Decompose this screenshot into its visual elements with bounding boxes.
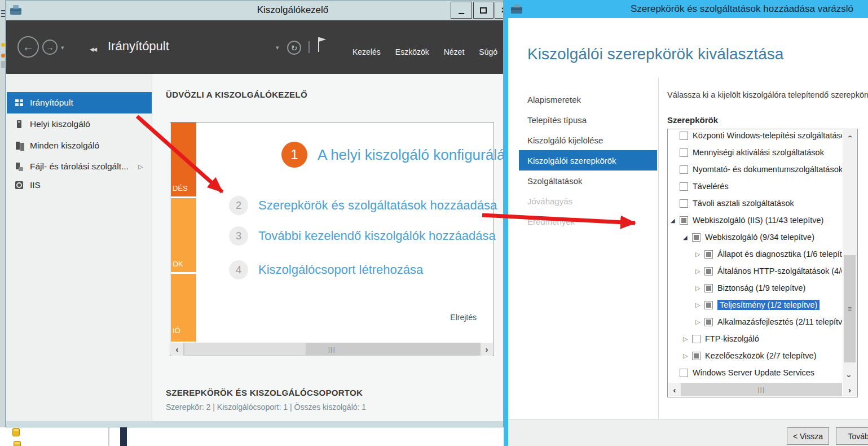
collapse-chevrons-icon[interactable]: ◂◂ [90,44,96,54]
wizard-nav-telepites-tipusa[interactable]: Telepítés típusa [527,110,657,130]
sidebar-item-local-server[interactable]: Helyi kiszolgáló [7,116,152,133]
checkbox-empty[interactable] [680,165,688,174]
menu-kezeles[interactable]: Kezelés [353,47,381,56]
step-label[interactable]: További kezelendő kiszolgálók hozzáadása [258,229,496,243]
forward-button[interactable]: → [42,40,58,55]
tree-horizontal-scrollbar[interactable]: ‹ ||| [668,383,842,396]
maximize-button[interactable] [473,2,494,19]
back-button[interactable]: ← [17,36,39,58]
tree-item[interactable]: Távoli asztali szolgáltatások [668,195,842,212]
tree-item-selected[interactable]: ▷Teljesítmény (1/2 telepítve) [668,296,842,313]
tile-horizontal-scrollbar[interactable]: ‹ ||| › [171,343,493,356]
scrollbar-track[interactable]: ||| [183,343,481,356]
tree-item[interactable]: ▷Általános HTTP-szolgáltatások (4/6 tele… [668,263,842,279]
sidebar-item-iis[interactable]: IIS [7,177,152,194]
checkbox-partial[interactable] [704,250,713,259]
step-label[interactable]: Kiszolgálócsoport létrehozása [258,263,423,277]
expander-closed-icon[interactable]: ▷ [683,352,692,360]
quickstart-strip-segment[interactable]: DÉS [171,123,196,196]
tree-vertical-scrollbar[interactable]: › ≡ › [843,130,857,383]
wizard-nav-kiszolgaloi-szerepkorok[interactable]: Kiszolgálói szerepkörök [519,150,657,170]
step-label[interactable]: A helyi kiszolgáló konfigurálása [318,146,521,164]
learnmore-strip-segment[interactable]: IÓ [171,274,196,342]
hide-link[interactable]: Elrejtés [450,313,477,322]
next-button[interactable]: Tovább > [836,427,868,445]
tree-item[interactable]: Nyomtató- és dokumentumszolgáltatások [668,161,842,178]
file-storage-icon [15,162,24,171]
tree-item[interactable]: ◢Webkiszolgáló (9/34 telepítve) [668,229,842,246]
sidebar-item-all-servers[interactable]: Minden kiszolgáló [7,137,152,154]
tree-item[interactable]: ◢Webkiszolgáló (IIS) (11/43 telepítve) [668,212,842,229]
scroll-right-icon[interactable]: › [843,383,857,396]
step-label[interactable]: Szerepkörök és szolgáltatások hozzáadása [258,198,497,213]
sidebar-item-dashboard[interactable]: Irányítópult [7,92,152,113]
history-caret-icon[interactable]: ▾ [61,44,64,51]
checkbox-partial[interactable] [704,301,713,309]
step-configure-local-server[interactable]: 1 A helyi kiszolgáló konfigurálása [281,142,521,168]
scroll-left-icon[interactable]: ‹ [171,343,183,356]
expand-arrow-icon[interactable]: ▷ [138,163,143,170]
sliver-mark [1,13,5,14]
tree-item[interactable]: Mennyiségi aktiválási szolgáltatások [668,144,842,161]
forward-icon: → [46,43,54,52]
expander-closed-icon[interactable]: ▷ [695,251,704,258]
expander-open-icon[interactable]: ◢ [683,234,692,241]
wizard-nav-alapismeretek[interactable]: Alapismeretek [527,89,657,110]
tree-item[interactable]: ▷Biztonság (1/9 telepítve) [668,279,842,296]
tree-item[interactable]: ▷Állapot és diagnosztika (1/6 telepítve) [668,246,842,263]
tree-item[interactable]: Távelérés [668,178,842,195]
server-manager-titlebar[interactable]: Kiszolgálókezelő – × [6,1,503,20]
checkbox-partial[interactable] [692,233,700,242]
scroll-right-icon[interactable]: › [481,343,493,356]
scroll-up-icon[interactable]: › [843,130,857,143]
scrollbar-track[interactable]: ||| [681,383,842,396]
expander-closed-icon[interactable]: ▷ [683,335,692,343]
close-button[interactable]: × [495,2,503,19]
checkbox-empty[interactable] [680,182,688,191]
expander-closed-icon[interactable]: ▷ [695,301,704,309]
checkbox-empty[interactable] [680,199,688,208]
checkbox-empty[interactable] [692,335,700,343]
scrollbar-thumb[interactable] [184,343,306,355]
expander-closed-icon[interactable]: ▷ [695,268,704,275]
checkbox-empty[interactable] [680,132,688,140]
tree-item[interactable]: Központi Windows-telepítési szolgáltatás… [668,129,842,144]
breadcrumb[interactable]: Irányítópult [108,39,169,54]
scroll-left-icon[interactable]: ‹ [668,383,681,396]
back-button[interactable]: < Vissza [787,427,829,445]
step-add-roles-features[interactable]: 2 Szerepkörök és szolgáltatások hozzáadá… [229,196,497,215]
roles-tree-listbox: Központi Windows-telepítési szolgáltatás… [667,129,858,397]
checkbox-partial[interactable] [704,318,713,326]
tree-item[interactable]: ▷FTP-kiszolgáló [668,330,842,347]
wizard-nav-kiszolgalo-kijelolese[interactable]: Kiszolgáló kijelölése [527,130,657,150]
notification-flag-button[interactable] [318,37,327,52]
tree-item[interactable]: ▷Kezelőeszközök (2/7 telepítve) [668,347,842,364]
menu-eszkozok[interactable]: Eszközök [395,47,429,56]
checkbox-partial[interactable] [692,352,700,360]
expander-open-icon[interactable]: ◢ [671,217,680,224]
step-create-server-group[interactable]: 4 Kiszolgálócsoport létrehozása [229,260,423,279]
iis-icon [15,181,24,190]
menu-sugo[interactable]: Súgó [479,47,497,56]
scrollbar-thumb[interactable]: ≡ [844,255,856,362]
tree-item[interactable]: Windows Server Update Services [668,364,842,381]
checkbox-empty[interactable] [680,369,688,377]
menu-nezet[interactable]: Nézet [444,47,465,56]
checkbox-partial[interactable] [680,216,688,225]
whatsnew-strip-segment[interactable]: OK [171,198,196,272]
breadcrumb-caret-icon[interactable]: ▾ [276,44,279,51]
maximize-icon [480,7,487,14]
expander-closed-icon[interactable]: ▷ [695,285,704,292]
sidebar-item-file-storage[interactable]: Fájl- és tárolási szolgált... ▷ [7,158,152,175]
step-add-servers[interactable]: 3 További kezelendő kiszolgálók hozzáadá… [229,226,496,246]
checkbox-empty[interactable] [680,148,688,157]
minimize-button[interactable]: – [451,2,472,19]
scroll-down-icon[interactable]: › [843,369,857,383]
wizard-titlebar[interactable]: Szerepkörök és szolgáltatások hozzáadása… [504,0,868,18]
wizard-nav-szolgaltatasok[interactable]: Szolgáltatások [527,170,657,191]
refresh-button[interactable]: ↻ [287,41,301,55]
tree-item[interactable]: ▷Alkalmazásfejlesztés (2/11 telepítve) [668,313,842,330]
expander-closed-icon[interactable]: ▷ [695,318,704,326]
checkbox-partial[interactable] [704,284,713,292]
checkbox-partial[interactable] [704,267,713,276]
